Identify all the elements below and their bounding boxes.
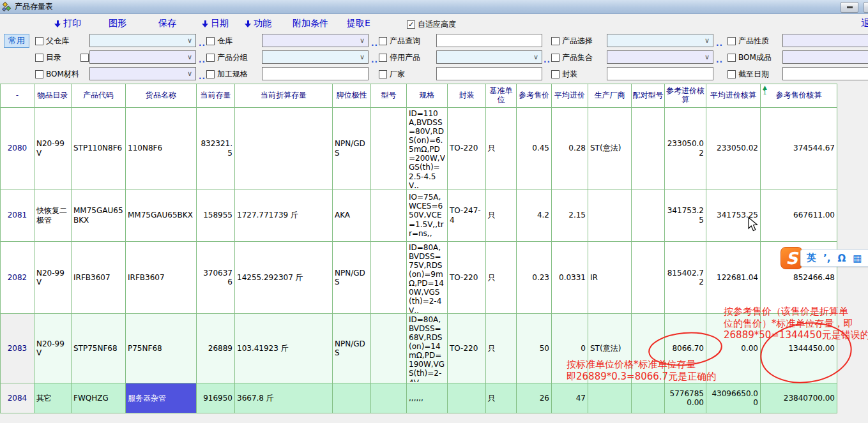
table-cell[interactable]	[371, 314, 407, 383]
table-cell[interactable]: 233050.02	[706, 108, 761, 189]
process-spec-input[interactable]	[262, 67, 369, 80]
print-button[interactable]: 打印	[54, 18, 81, 29]
column-header-ref-price-total[interactable]: ▲ 1 参考售价核算	[761, 84, 837, 108]
table-cell[interactable]: TO-247-4	[448, 189, 486, 242]
catalog-select[interactable]: ∨	[89, 50, 196, 64]
table-cell[interactable]: 服务器杂管	[126, 383, 197, 413]
table-cell[interactable]	[632, 383, 665, 413]
table-cell[interactable]: 57767850.00	[665, 383, 706, 413]
table-cell[interactable]: 158955	[197, 189, 235, 242]
row-number-cell[interactable]: 2081	[1, 189, 34, 242]
filter-bom-finished[interactable]: BOM成品	[727, 50, 772, 64]
table-cell[interactable]: 3706376	[197, 242, 235, 314]
table-cell[interactable]: 其它	[34, 383, 72, 413]
table-cell[interactable]	[371, 383, 407, 413]
table-cell[interactable]: ,,,,,,	[407, 383, 448, 413]
column-header-ref-price[interactable]: 参考售价	[517, 84, 552, 108]
table-cell[interactable]: N20-99V	[34, 242, 72, 314]
table-cell[interactable]: 110N8F6	[126, 108, 197, 189]
column-header-avg-cost[interactable]: 平均进价	[552, 84, 588, 108]
table-cell[interactable]	[588, 189, 632, 242]
table-cell[interactable]	[371, 189, 407, 242]
table-cell[interactable]: 4.2	[517, 189, 552, 242]
column-header-avg-cost-total[interactable]: 平均进价核算	[706, 84, 761, 108]
extract-button[interactable]: 提取E	[347, 18, 370, 29]
table-cell[interactable]: TO-220	[448, 108, 486, 189]
browse-dots[interactable]: ..	[199, 56, 206, 64]
table-cell[interactable]	[588, 383, 632, 413]
filter-product-group[interactable]: 产品分组	[206, 50, 248, 64]
column-header-current-stock[interactable]: 当前存量	[197, 84, 235, 108]
table-cell[interactable]: 916950	[197, 383, 235, 413]
table-cell[interactable]: 3667.8 斤	[235, 383, 333, 413]
filter-manufacturer[interactable]: 厂家	[379, 67, 405, 81]
browse-dots[interactable]: ..	[716, 56, 723, 64]
table-cell[interactable]: 只	[486, 314, 517, 383]
filter-disabled-product[interactable]: 停用产品	[379, 50, 420, 64]
ime-keyboard-icon[interactable]: ▦	[853, 253, 862, 264]
column-header-collapse[interactable]: -	[1, 84, 34, 108]
table-cell[interactable]: 832321.5	[197, 108, 235, 189]
column-header-goods-name[interactable]: 货品名称	[126, 84, 197, 108]
product-select-combo[interactable]: ∨	[607, 34, 713, 47]
table-cell[interactable]: ID=80A,BVDSS=68V,RDS(on)=14mΩ,PD=190W,VG…	[407, 314, 448, 383]
table-cell[interactable]: FWQHZG	[72, 383, 126, 413]
filter-parent-warehouse[interactable]: 父仓库	[35, 34, 69, 48]
product-query-input[interactable]	[436, 34, 542, 47]
bom-finished-select[interactable]	[782, 50, 868, 64]
table-cell[interactable]: 341753.25	[665, 189, 706, 242]
table-cell[interactable]: 只	[486, 242, 517, 314]
table-cell[interactable]: 103.41923 斤	[235, 314, 333, 383]
save-button[interactable]: 保存	[158, 18, 176, 29]
adaptive-height-checkbox[interactable]: ✓ 自适应高度	[407, 19, 456, 30]
table-cell[interactable]: N20-99V	[34, 314, 72, 383]
table-cell[interactable]: STP110N8F6	[72, 108, 126, 189]
checkbox-icon[interactable]	[35, 54, 43, 62]
row-number-cell[interactable]: 2083	[1, 314, 34, 383]
table-cell[interactable]: 43096650.00	[706, 383, 761, 413]
column-header-catalog[interactable]: 物品目录	[34, 84, 72, 108]
checkbox-icon[interactable]	[35, 37, 43, 45]
ime-punctuation-icon[interactable]: ’,	[823, 253, 830, 264]
table-cell[interactable]: 47	[552, 383, 588, 413]
table-cell[interactable]: ID=110A,BVDSS=80V,RDS(on)=6.5mΩ,PD=200W,…	[407, 108, 448, 189]
filter-bom-material[interactable]: BOM材料	[35, 67, 79, 81]
table-cell[interactable]: IR	[588, 242, 632, 314]
column-header-spec[interactable]: 规格	[407, 84, 448, 108]
package-input[interactable]	[607, 67, 713, 80]
graph-button[interactable]: 图形	[109, 18, 126, 29]
date-button[interactable]: 日期	[202, 18, 229, 29]
filter-package[interactable]: 封装	[551, 67, 577, 81]
table-cell[interactable]: MM75GAU65BKX	[72, 189, 126, 242]
table-cell[interactable]: TO-220	[448, 242, 486, 314]
checkbox-icon[interactable]	[379, 54, 387, 62]
column-header-converted-stock[interactable]: 当前折算存量	[235, 84, 333, 108]
browse-dots[interactable]: ..	[371, 56, 378, 64]
table-cell[interactable]: STP75NF68	[72, 314, 126, 383]
table-cell[interactable]	[448, 383, 486, 413]
table-cell[interactable]	[371, 242, 407, 314]
table-cell[interactable]: 341753.25	[706, 189, 761, 242]
ime-symbol-icon[interactable]: Ω	[837, 253, 846, 264]
column-header-product-code[interactable]: 产品代码	[72, 84, 126, 108]
ime-language-mode[interactable]: 英	[807, 252, 816, 264]
table-cell[interactable]: 14255.292307 斤	[235, 242, 333, 314]
table-cell[interactable]: 2.15	[552, 189, 588, 242]
filter-product-nature[interactable]: 产品性质	[727, 34, 769, 48]
manufacturer-input[interactable]	[436, 67, 542, 80]
table-cell[interactable]: 只	[486, 189, 517, 242]
maximize-button[interactable]	[864, 2, 868, 13]
column-header-ref-cost-total[interactable]: 参考进价核算	[665, 84, 706, 108]
conditions-button[interactable]: 附加条件	[293, 18, 328, 29]
table-cell[interactable]: 1727.771739 斤	[235, 189, 333, 242]
table-cell[interactable]: 只	[486, 383, 517, 413]
browse-dots[interactable]: ..	[199, 39, 206, 48]
table-cell[interactable]: IO=75A,WCES=650V,VCE=1.5V,,trr=ns,,	[407, 189, 448, 242]
warehouse-select[interactable]: ∨	[262, 34, 369, 47]
filter-catalog[interactable]: 目录	[35, 50, 61, 64]
checkbox-icon[interactable]	[727, 70, 736, 78]
sogou-logo-icon[interactable]: S	[780, 247, 803, 269]
checkbox-icon[interactable]	[206, 37, 215, 45]
table-cell[interactable]	[632, 242, 665, 314]
table-cell[interactable]: 122681.04	[706, 242, 761, 314]
